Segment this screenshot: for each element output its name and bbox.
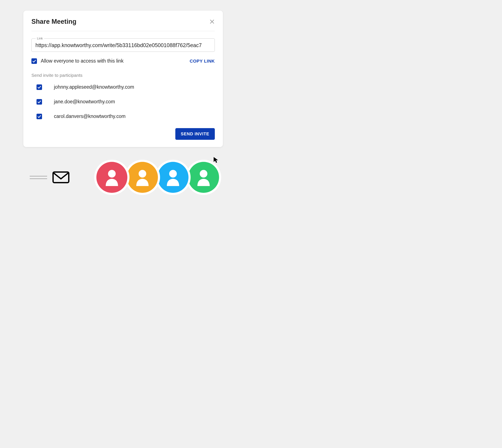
avatars [94, 160, 221, 195]
bottom-illustration [23, 160, 223, 195]
mail-lines-icon [30, 176, 47, 179]
link-options-row: Allow everyone to access with this link … [32, 58, 215, 64]
participant-checkbox[interactable] [36, 99, 42, 105]
dialog-title: Share Meeting [32, 18, 76, 25]
participant-row: carol.danvers@knowtworthy.com [32, 113, 215, 119]
dialog-header: Share Meeting [32, 11, 215, 31]
participant-checkbox[interactable] [36, 114, 42, 119]
avatar [94, 160, 130, 195]
participant-row: johnny.appleseed@knowtworthy.com [32, 84, 215, 90]
avatar [155, 160, 191, 195]
participant-row: jane.doe@knowtworthy.com [32, 99, 215, 105]
share-meeting-dialog: Share Meeting Link Allow everyone to acc… [23, 11, 223, 147]
participants-list: johnny.appleseed@knowtworthy.com jane.do… [32, 84, 215, 119]
participant-email: carol.danvers@knowtworthy.com [54, 113, 125, 119]
participant-email: jane.doe@knowtworthy.com [54, 99, 115, 105]
svg-point-4 [139, 170, 146, 177]
check-icon [37, 115, 41, 118]
avatar [125, 160, 160, 195]
person-icon [195, 169, 212, 186]
link-field-group: Link [32, 38, 215, 52]
cursor-icon [213, 157, 219, 163]
mail-icon [52, 171, 70, 184]
allow-access-label: Allow everyone to access with this link [41, 58, 124, 64]
link-input[interactable] [32, 38, 215, 52]
link-label: Link [36, 36, 44, 40]
allow-access-row: Allow everyone to access with this link [32, 58, 124, 64]
copy-link-button[interactable]: COPY LINK [190, 59, 215, 64]
check-icon [37, 86, 41, 89]
send-invite-label: Send invite to participants [32, 73, 215, 78]
check-icon [37, 100, 41, 103]
close-icon[interactable] [209, 19, 215, 24]
person-icon [134, 169, 151, 186]
person-icon [165, 169, 181, 186]
participant-email: johnny.appleseed@knowtworthy.com [54, 84, 134, 90]
allow-access-checkbox[interactable] [32, 58, 37, 64]
avatar [186, 160, 221, 195]
participant-checkbox[interactable] [36, 84, 42, 90]
send-invite-button[interactable]: SEND INVITE [175, 128, 215, 140]
svg-point-5 [169, 170, 177, 177]
svg-point-3 [108, 170, 116, 177]
person-icon [104, 169, 120, 186]
check-icon [32, 60, 36, 63]
svg-point-6 [200, 170, 207, 177]
